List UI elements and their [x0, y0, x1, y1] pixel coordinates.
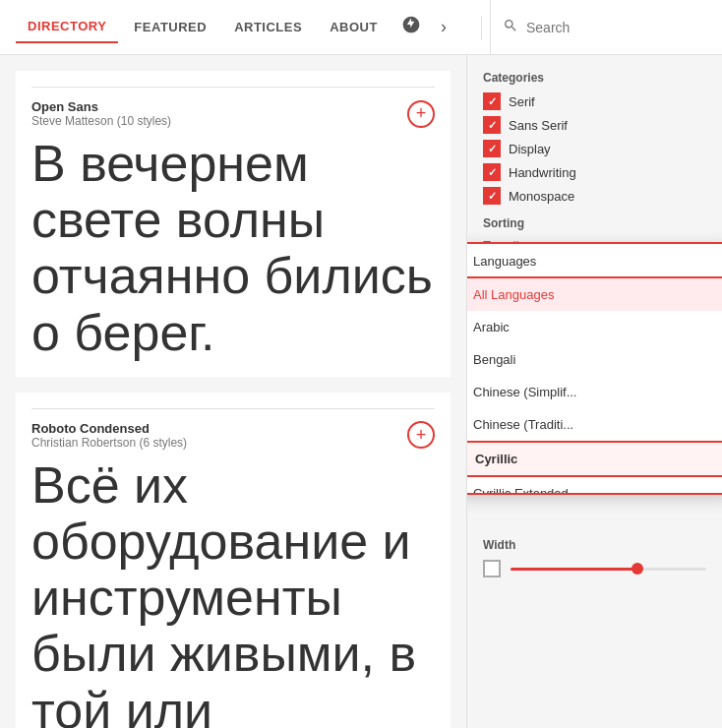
font-list: Open Sans Steve Matteson (10 styles) + В…: [0, 55, 466, 728]
nav-featured[interactable]: FEATURED: [122, 12, 218, 42]
width-slider-fill: [511, 568, 637, 571]
category-monospace[interactable]: Monospace: [483, 187, 706, 205]
font-card-roboto-condensed: Roboto Condensed Christian Robertson (6 …: [16, 393, 451, 728]
lang-cyrillic-extended[interactable]: Cyrillic Extended: [466, 477, 722, 495]
width-section-spacer: Width: [483, 538, 706, 577]
checkbox-display-icon: [483, 140, 501, 157]
font-info-1: Open Sans Steve Matteson (10 styles): [31, 99, 171, 128]
nav-articles[interactable]: ARTICLES: [222, 12, 314, 42]
languages-list: All Languages Arabic Bengali Chinese (Si…: [466, 278, 722, 495]
right-sidebar: Categories Serif Sans Serif Display Hand…: [466, 55, 722, 728]
category-monospace-label: Monospace: [509, 189, 574, 204]
languages-header[interactable]: Languages: [466, 242, 722, 278]
search-icon: [503, 18, 518, 37]
font-card-header-2: Roboto Condensed Christian Robertson (6 …: [31, 408, 435, 450]
checkbox-serif-icon: [483, 92, 501, 110]
search-input[interactable]: [526, 20, 684, 35]
sorting-label: Sorting: [483, 216, 706, 230]
add-font-2-button[interactable]: +: [407, 421, 435, 449]
font-name-2: Roboto Condensed: [31, 421, 187, 436]
lang-chinese-simplified[interactable]: Chinese (Simplif...: [466, 376, 722, 408]
category-serif-label: Serif: [509, 94, 535, 109]
width-checkbox[interactable]: [483, 560, 501, 577]
main-layout: Open Sans Steve Matteson (10 styles) + В…: [0, 55, 722, 728]
font-preview-2: Всё их оборудование и инструменты были ж…: [31, 457, 435, 728]
font-card-header-1: Open Sans Steve Matteson (10 styles) +: [31, 87, 435, 128]
font-info-2: Roboto Condensed Christian Robertson (6 …: [31, 421, 187, 450]
lang-bengali[interactable]: Bengali: [466, 343, 722, 376]
categories-label: Categories: [483, 71, 706, 85]
checkbox-sans-icon: [483, 116, 501, 134]
lang-cyrillic[interactable]: Cyrillic: [466, 441, 722, 477]
category-display[interactable]: Display: [483, 140, 706, 157]
width-slider-thumb[interactable]: [632, 563, 643, 575]
category-sans-label: Sans Serif: [509, 118, 568, 133]
category-handwriting[interactable]: Handwriting: [483, 163, 706, 181]
font-name-1: Open Sans: [31, 99, 171, 114]
checkbox-handwriting-icon: [483, 163, 501, 181]
category-handwriting-label: Handwriting: [509, 165, 576, 180]
font-card-open-sans: Open Sans Steve Matteson (10 styles) + В…: [16, 71, 451, 377]
category-serif[interactable]: Serif: [483, 92, 706, 110]
nav-about[interactable]: ABOUT: [318, 12, 390, 42]
font-meta-2: Christian Robertson (6 styles): [31, 436, 187, 450]
more-icon[interactable]: [393, 7, 429, 47]
languages-popup: Languages All Languages Arabic Bengali C…: [466, 242, 722, 495]
font-preview-1: В вечернем свете волны отчаянно бились о…: [31, 136, 435, 361]
nav-items: DIRECTORY FEATURED ARTICLES ABOUT ›: [16, 7, 473, 47]
search-area: [490, 0, 706, 54]
categories-list: Serif Sans Serif Display Handwriting Mon…: [483, 92, 706, 205]
lang-arabic[interactable]: Arabic: [466, 311, 722, 343]
chevron-right-icon[interactable]: ›: [433, 9, 454, 45]
top-navigation: DIRECTORY FEATURED ARTICLES ABOUT ›: [0, 0, 722, 55]
checkbox-monospace-icon: [483, 187, 501, 205]
width-row: [483, 560, 706, 577]
width-slider[interactable]: [511, 568, 706, 571]
nav-divider: [481, 16, 482, 39]
add-font-1-button[interactable]: +: [407, 100, 435, 128]
lang-all-languages[interactable]: All Languages: [466, 278, 722, 311]
font-meta-1: Steve Matteson (10 styles): [31, 114, 171, 128]
category-sans-serif[interactable]: Sans Serif: [483, 116, 706, 134]
nav-directory[interactable]: DIRECTORY: [16, 11, 118, 43]
lang-chinese-traditional[interactable]: Chinese (Traditi...: [466, 408, 722, 441]
category-display-label: Display: [509, 142, 551, 156]
width-label: Width: [483, 538, 706, 552]
